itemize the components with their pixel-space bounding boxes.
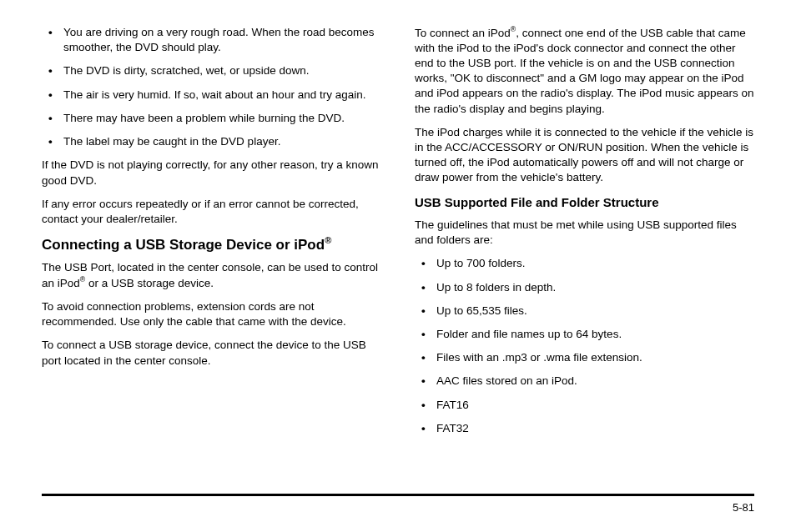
list-item: The air is very humid. If so, wait about… (63, 88, 381, 103)
heading-usb-ipod: Connecting a USB Storage Device or iPod® (42, 235, 381, 253)
list-item: There may have been a problem while burn… (63, 111, 381, 126)
list-item: Files with an .mp3 or .wma file extensio… (436, 350, 754, 365)
list-item: The DVD is dirty, scratched, wet, or ups… (63, 63, 381, 78)
page-footer: 5-81 (42, 494, 754, 514)
paragraph: If the DVD is not playing correctly, for… (42, 158, 381, 188)
page-number: 5-81 (733, 501, 754, 514)
list-item: FAT32 (436, 421, 754, 436)
heading-text: Connecting a USB Storage Device or iPod (42, 237, 325, 253)
paragraph: The USB Port, located in the center cons… (42, 260, 381, 291)
text-run: To connect an iPod (415, 27, 511, 39)
list-item: Up to 8 folders in depth. (436, 280, 754, 295)
list-item: Folder and file names up to 64 bytes. (436, 327, 754, 342)
paragraph: To connect a USB storage device, connect… (42, 338, 381, 368)
registered-mark: ® (325, 235, 331, 245)
heading-usb-structure: USB Supported File and Folder Structure (415, 194, 754, 211)
list-item: The label may be caught in the DVD playe… (63, 134, 381, 149)
list-item: You are driving on a very rough road. Wh… (63, 25, 381, 55)
paragraph: To connect an iPod®, connect one end of … (415, 25, 754, 117)
list-item: FAT16 (436, 398, 754, 413)
paragraph: The guidelines that must be met while us… (415, 218, 754, 248)
page-content: You are driving on a very rough road. Wh… (42, 25, 754, 492)
list-item: Up to 700 folders. (436, 256, 754, 271)
dvd-bullet-list: You are driving on a very rough road. Wh… (42, 25, 381, 149)
list-item: AAC files stored on an iPod. (436, 374, 754, 389)
right-column: To connect an iPod®, connect one end of … (415, 25, 754, 492)
usb-bullet-list: Up to 700 folders. Up to 8 folders in de… (415, 256, 754, 436)
paragraph: To avoid connection problems, extension … (42, 299, 381, 329)
text-run: or a USB storage device. (85, 277, 214, 289)
paragraph: If any error occurs repeatedly or if an … (42, 197, 381, 227)
text-run: , connect one end of the USB cable that … (415, 27, 754, 115)
list-item: Up to 65,535 files. (436, 304, 754, 319)
paragraph: The iPod charges while it is connected t… (415, 125, 754, 186)
left-column: You are driving on a very rough road. Wh… (42, 25, 381, 492)
